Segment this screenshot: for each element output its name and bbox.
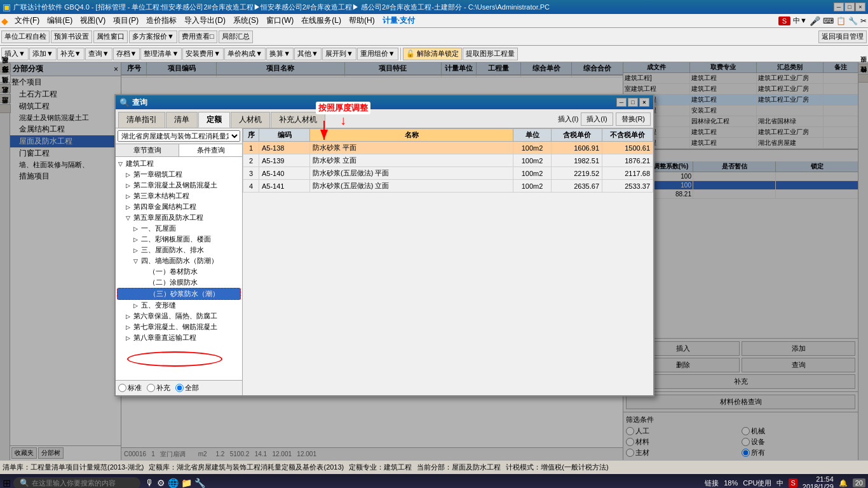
dtree-mortar-waterproof[interactable]: （三）砂浆防水（潮） (117, 288, 241, 300)
expand-icon: ▷ (133, 302, 140, 309)
dtree-steel-roof[interactable]: ▷二、彩钢板屋面、楼面 (117, 234, 241, 245)
region-selector[interactable]: 湖北省房屋建筑与装饰工程消耗量定额 (118, 130, 240, 142)
dtree-chapter7[interactable]: ▷第七章混凝土、钢筋混凝土 (117, 322, 241, 332)
menu-window[interactable]: 窗口(W) (262, 14, 297, 27)
time: 21:54 (803, 475, 834, 483)
btn-self-check[interactable]: 单位工程自检 (1, 30, 50, 43)
result-row-4[interactable]: 4 A5-141 防水砂浆(五层做法) 立面 100m2 2635.67 253… (243, 180, 653, 193)
menu-edit[interactable]: 编辑(E) (43, 14, 76, 27)
search-box[interactable]: 🔍 在这里输入你要搜索的内容 (13, 477, 140, 489)
dtree-chapter5[interactable]: ▽第五章屋面及防水工程 (117, 212, 241, 223)
td-seq: 4 (243, 180, 259, 193)
dtree-coating-waterproof[interactable]: （二）涂膜防水 (117, 277, 241, 288)
btn-insert[interactable]: 插入▼ (1, 48, 29, 60)
dialog-tab-quota[interactable]: 定额 (198, 112, 230, 128)
windows-icon[interactable]: ⊞ (3, 477, 11, 489)
menu-project[interactable]: 项目(P) (109, 14, 142, 27)
btn-organize[interactable]: 整理清单▼ (140, 48, 182, 60)
btn-budget-settings[interactable]: 预算书设置 (51, 30, 92, 43)
date: 2018/1/29 (803, 483, 834, 488)
btn-install-fee[interactable]: 安装费用▼ (182, 48, 224, 60)
dialog-main-content: 湖北省房屋建筑与装饰工程消耗量定额 章节查询 条件查询 ▽建筑工程 ▷第一章砌筑… (116, 128, 653, 395)
dialog-maximize-btn[interactable]: □ (628, 98, 638, 107)
dialog-close-btn[interactable]: × (639, 98, 649, 107)
insert-btn-label: 插入(I) (558, 114, 578, 124)
btn-query[interactable]: 查询▼ (85, 48, 112, 60)
dtree-chapter3[interactable]: ▷第三章木结构工程 (117, 191, 241, 201)
dialog-tree-panel: 湖北省房屋建筑与装饰工程消耗量定额 章节查询 条件查询 ▽建筑工程 ▷第一章砌筑… (116, 128, 243, 395)
dtree-chapter1[interactable]: ▷第一章砌筑工程 (117, 169, 241, 180)
menu-import-export[interactable]: 导入导出(D) (180, 14, 229, 27)
menu-view[interactable]: 视图(V) (76, 14, 109, 27)
dtree-wall-waterproof[interactable]: ▽四、墙地面防水（防潮） (117, 255, 241, 266)
btn-multi-plan[interactable]: 多方案报价▼ (129, 30, 177, 43)
menu-price-index[interactable]: 造价指标 (142, 14, 180, 27)
td-notax: 2117.68 (602, 167, 653, 180)
dtree-waterproof-drainage[interactable]: ▷三、屋面防水、排水 (117, 245, 241, 255)
tab-chapter-search[interactable]: 章节查询 (116, 144, 179, 156)
btn-convert[interactable]: 换算▼ (266, 48, 294, 60)
minimize-button[interactable]: ─ (834, 3, 844, 11)
dtree-deformation[interactable]: ▷五、变形缝 (117, 300, 241, 311)
td-name: 防水砂浆 立面 (310, 154, 513, 167)
btn-unlock[interactable]: 🔓 解除清单锁定 (403, 48, 462, 60)
btn-properties[interactable]: 属性窗口 (93, 30, 128, 43)
dialog-insert-btn[interactable]: 插入(I) (581, 112, 613, 126)
taskbar-right: 链接 18% CPU使用 中 S 21:54 2018/1/29 🔔 20 (705, 475, 865, 488)
td-notax: 1876.21 (602, 154, 653, 167)
dialog-minimize-btn[interactable]: ─ (616, 98, 627, 107)
menu-online[interactable]: 在线服务(L) (297, 14, 345, 27)
results-table-container[interactable]: 序 编码 名称 单位 含税单价 不含税单价 1 A5-138 (243, 128, 653, 395)
restore-button[interactable]: □ (844, 3, 855, 11)
td-tax: 2635.67 (552, 180, 602, 193)
dtree-chapter2[interactable]: ▷第二章混凝土及钢筋混凝土 (117, 180, 241, 191)
btn-archive[interactable]: 存档▼ (113, 48, 140, 60)
radio-supplement[interactable]: 补充 (147, 383, 170, 393)
btn-return[interactable]: 返回项目管理 (818, 30, 867, 43)
tab-condition-search[interactable]: 条件查询 (179, 144, 242, 156)
td-seq: 2 (243, 154, 259, 167)
radio-standard[interactable]: 标准 (118, 383, 142, 393)
btn-expand[interactable]: 展开到▼ (322, 48, 356, 60)
notification-icon[interactable]: 🔔 (839, 479, 848, 487)
result-row-1[interactable]: 1 A5-138 防水砂浆 平面 100m2 1606.91 1500.61 (243, 142, 653, 154)
btn-add[interactable]: 添加▼ (29, 48, 57, 60)
radio-all[interactable]: 全部 (175, 383, 199, 393)
app-icon-4[interactable]: 📁 (181, 478, 192, 488)
dtree-chapter6[interactable]: ▷第六章保温、隔热、防腐工 (117, 311, 241, 322)
dtree-tile-roof[interactable]: ▷一、瓦屋面 (117, 223, 241, 234)
close-button[interactable]: × (855, 3, 865, 11)
btn-unit-price[interactable]: 单价构成▼ (224, 48, 266, 60)
result-row-2[interactable]: 2 A5-139 防水砂浆 立面 100m2 1982.51 1876.21 (243, 154, 653, 167)
dtree-roll-waterproof[interactable]: （一）卷材防水 (117, 266, 241, 277)
td-unit: 100m2 (513, 180, 552, 193)
menu-measure[interactable]: 计量·支付 (379, 14, 419, 27)
btn-supplement[interactable]: 补充▼ (57, 48, 85, 60)
btn-extract-quantity[interactable]: 提取图形工程量 (463, 48, 518, 60)
dialog-tab-list[interactable]: 清单 (166, 112, 198, 128)
search-icon: 🔍 (20, 478, 29, 487)
dialog-tab-supplement[interactable]: 补充人材机 (271, 112, 325, 128)
btn-other[interactable]: 其他▼ (294, 48, 322, 60)
btn-fee-view[interactable]: 费用查看□ (179, 30, 217, 43)
dialog-tab-list-guide[interactable]: 清单指引 (118, 112, 165, 128)
results-header-row: 序 编码 名称 单位 含税单价 不含税单价 (243, 129, 653, 142)
app-icon-3[interactable]: 🌐 (168, 478, 179, 488)
dialog-tree-content[interactable]: ▽建筑工程 ▷第一章砌筑工程 ▷第二章混凝土及钢筋混凝土 ▷第三章木结构工程 ▷… (116, 157, 242, 380)
dtree-construction[interactable]: ▽建筑工程 (117, 158, 241, 169)
menu-system[interactable]: 系统(S) (229, 14, 262, 27)
result-row-3[interactable]: 3 A5-140 防水砂浆(五层做法) 平面 100m2 2219.52 211… (243, 167, 653, 180)
dtree-chapter4[interactable]: ▷第四章金属结构工程 (117, 201, 241, 212)
td-unit: 100m2 (513, 154, 552, 167)
menu-help[interactable]: 帮助(H) (345, 14, 379, 27)
dtree-chapter8[interactable]: ▷第八章垂直运输工程 (117, 332, 241, 343)
btn-reuse[interactable]: 重用组价▼ (357, 48, 398, 60)
app-icon-5[interactable]: 🔧 (194, 478, 205, 488)
app-icon-1[interactable]: 🎙 (146, 478, 154, 488)
menu-file[interactable]: 文件(F) (11, 14, 43, 27)
btn-local-sum[interactable]: 局部汇总 (219, 30, 253, 43)
th-name: 名称 (310, 129, 513, 142)
dialog-tab-materials[interactable]: 人材机 (231, 112, 270, 128)
dialog-replace-btn[interactable]: 替换(R) (616, 112, 651, 126)
app-icon-2[interactable]: ⚙ (157, 478, 165, 488)
